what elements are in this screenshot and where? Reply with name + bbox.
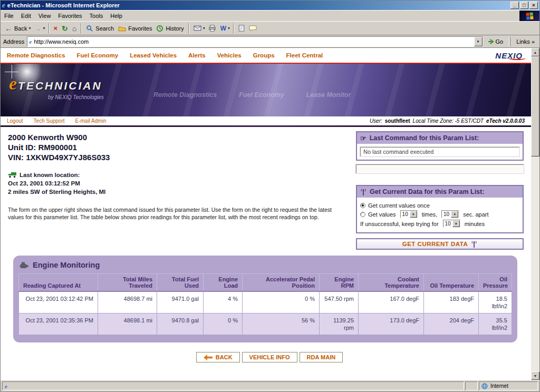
title-bar[interactable]: e eTechnician - Microsoft Internet Explo… [1,1,539,10]
security-zone-panel: Internet [479,381,538,390]
col-total-miles: Total Miles Traveled [98,274,157,292]
forward-dropdown-icon[interactable]: ▾ [42,26,46,31]
forward-arrow-icon: → [34,25,41,32]
nav-leased-vehicles[interactable]: Leased Vehicles [130,52,177,58]
discuss-bubble-icon [249,25,257,32]
right-column: ☞ Last Command for this Param List: No l… [356,131,524,250]
banner-faded-nav: Remote Diagnostics Fuel Economy Lease Mo… [153,91,351,99]
times-select[interactable]: 10▾ [400,210,418,218]
print-button[interactable] [206,24,218,33]
table-cell: 56 % [243,313,320,335]
scroll-up-button[interactable]: ▲ [531,48,539,56]
last-command-field: No last command executed [360,147,519,156]
retry-pre: If unsuccessful, keep trying for [360,221,439,227]
retry-select[interactable]: 10▾ [443,220,460,228]
times-dropdown-icon[interactable]: ▾ [410,211,417,218]
table-cell: Oct 23, 2001 03:12:42 PM [19,291,98,313]
tech-support-link[interactable]: Tech Support [34,118,65,124]
table-cell: 48698.7 mi [98,291,157,313]
favorites-label: Favorites [128,25,152,32]
web-page: Remote Diagnostics Fuel Economy Leased V… [1,48,531,380]
go-button[interactable]: Go [486,37,506,46]
window-title: eTechnician - Microsoft Internet Explore… [7,2,120,8]
nav-fuel-economy[interactable]: Fuel Economy [77,52,119,58]
scroll-down-button[interactable]: ▼ [531,371,539,380]
scrollbar-thumb[interactable] [531,56,539,156]
refresh-button[interactable]: ↻ [60,24,70,33]
menu-tools[interactable]: Tools [86,11,107,21]
nav-vehicles[interactable]: Vehicles [217,52,242,58]
menu-file[interactable]: File [1,11,17,21]
menu-favorites[interactable]: Favorites [54,11,85,21]
nav-alerts[interactable]: Alerts [188,52,206,58]
back-nav-button[interactable]: ← Back [3,24,29,33]
nav-groups[interactable]: Groups [253,52,275,58]
toolbar-separator [81,23,82,34]
table-cell: 0 % [243,291,320,313]
back-button[interactable]: BACK [196,352,240,362]
menu-edit[interactable]: Edit [17,11,35,21]
go-label: Go [496,38,504,45]
radio-once[interactable] [360,203,365,208]
hand-pointer-icon: ☞ [360,135,367,142]
edit-dropdown-icon[interactable]: ▾ [227,26,231,31]
discuss-button[interactable] [247,24,259,33]
col-coolant-temp: Coolant Temperature [359,274,424,292]
links-button[interactable]: Links » [514,37,537,46]
close-button[interactable]: × [529,2,538,9]
logout-link[interactable]: Logout [7,118,23,124]
location-label: Last known location: [20,171,80,179]
retry-value: 10 [443,221,452,227]
get-current-data-label: GET CURRENT DATA [402,241,468,247]
col-engine-rpm: Engine RPM [320,274,359,292]
back-arrow-icon: ← [5,25,12,32]
maximize-button[interactable]: □ [520,2,528,9]
address-dropdown-button[interactable]: ▾ [474,37,483,46]
vehicle-info-button[interactable]: VEHICLE INFO [242,352,297,362]
last-command-panel: ☞ Last Command for this Param List: No l… [356,131,524,161]
mail-dropdown-icon[interactable]: ▾ [202,26,206,31]
nexiq-logo: NEXIQ [495,51,525,60]
nav-remote-diagnostics[interactable]: Remote Diagnostics [7,52,65,58]
history-label: History [166,25,184,32]
word-w-icon: W [220,25,226,32]
rda-main-label: RDA MAIN [307,354,336,360]
radio-multiple[interactable] [360,212,365,217]
last-command-title: Last Command for this Param List: [370,134,479,142]
seconds-dropdown-icon[interactable]: ▾ [451,211,458,218]
get-current-data-button[interactable]: GET CURRENT DATA [356,238,524,250]
rda-main-button[interactable]: RDA MAIN [300,352,343,362]
links-grip[interactable] [509,37,510,46]
logo-subtitle: by NEXIQ Technologies [48,94,104,100]
minimize-button[interactable]: _ [510,2,519,9]
table-cell: 4 % [204,291,243,313]
menu-view[interactable]: View [35,11,55,21]
globe-icon [481,383,488,389]
option-multi-pre: Get values [368,211,396,218]
history-button[interactable]: History [154,24,186,33]
zone-label: Internet [490,383,508,389]
search-button[interactable]: Search [84,24,116,33]
vertical-scrollbar[interactable]: ▲ ▼ [531,48,539,380]
col-oil-temp: Oil Temperature [424,274,479,292]
edit-page-button[interactable] [236,24,247,33]
links-chevron-icon: » [532,38,535,45]
favorites-button[interactable]: Favorites [116,24,154,33]
favorites-folder-icon [118,25,126,32]
timezone-info: Local Time Zone: -5 EST/CDT [413,118,484,124]
address-input[interactable]: e http://www.nexiq.com ▾ [27,36,483,47]
main-content: 2000 Kenworth W900 Unit ID: RM900001 VIN… [1,127,531,362]
toolbar-separator [188,23,189,34]
address-url: http://www.nexiq.com [34,38,89,45]
stop-button[interactable]: × [52,24,60,33]
back-dropdown-icon[interactable]: ▾ [27,26,32,31]
toolbar-separator [49,23,50,34]
seconds-select[interactable]: 10▾ [441,210,459,218]
menu-help[interactable]: Help [107,11,126,21]
menu-bar: File Edit View Favorites Tools Help [1,10,539,21]
email-admin-link[interactable]: E-mail Admin [75,118,107,124]
page-favicon: e [5,383,7,389]
home-button[interactable]: ⌂ [70,24,79,33]
nav-fleet-central[interactable]: Fleet Central [286,52,323,58]
retry-dropdown-icon[interactable]: ▾ [452,220,460,227]
